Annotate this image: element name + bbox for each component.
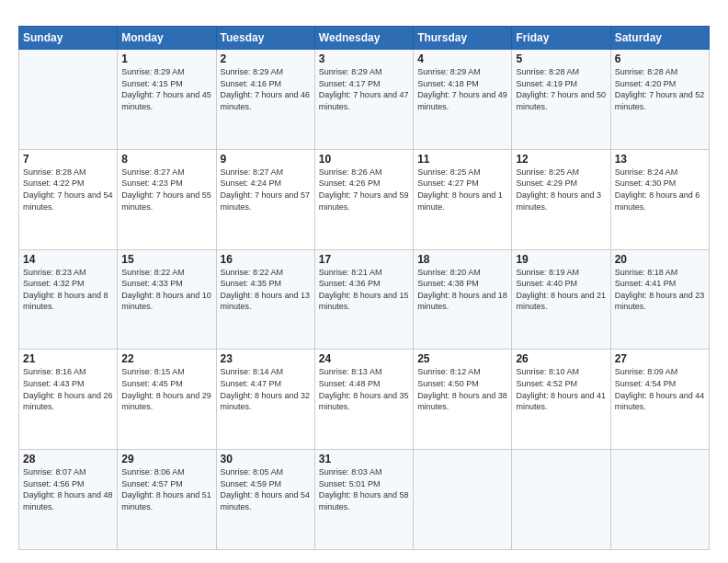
day-info: Sunrise: 8:06 AMSunset: 4:57 PMDaylight:… xyxy=(121,466,211,512)
calendar-cell: 16Sunrise: 8:22 AMSunset: 4:35 PMDayligh… xyxy=(216,249,314,350)
day-info: Sunrise: 8:05 AMSunset: 4:59 PMDaylight:… xyxy=(221,466,311,512)
day-info: Sunrise: 8:27 AMSunset: 4:23 PMDaylight:… xyxy=(121,167,211,213)
calendar-cell: 10Sunrise: 8:26 AMSunset: 4:26 PMDayligh… xyxy=(314,149,413,249)
calendar-cell: 3Sunrise: 8:29 AMSunset: 4:17 PMDaylight… xyxy=(314,50,413,150)
day-number: 9 xyxy=(221,153,311,166)
day-info: Sunrise: 8:23 AMSunset: 4:32 PMDaylight:… xyxy=(23,267,113,313)
calendar-cell: 7Sunrise: 8:28 AMSunset: 4:22 PMDaylight… xyxy=(19,149,118,249)
calendar-cell: 6Sunrise: 8:28 AMSunset: 4:20 PMDaylight… xyxy=(610,50,709,150)
day-info: Sunrise: 8:03 AMSunset: 5:01 PMDaylight:… xyxy=(319,466,409,512)
calendar-cell: 19Sunrise: 8:19 AMSunset: 4:40 PMDayligh… xyxy=(512,249,610,350)
calendar-cell: 11Sunrise: 8:25 AMSunset: 4:27 PMDayligh… xyxy=(414,149,512,249)
day-number: 26 xyxy=(516,352,606,365)
calendar-cell: 31Sunrise: 8:03 AMSunset: 5:01 PMDayligh… xyxy=(314,450,413,550)
day-number: 28 xyxy=(23,453,113,465)
calendar-cell: 25Sunrise: 8:12 AMSunset: 4:50 PMDayligh… xyxy=(414,350,512,450)
day-number: 20 xyxy=(615,253,705,266)
day-info: Sunrise: 8:27 AMSunset: 4:24 PMDaylight:… xyxy=(221,167,311,213)
day-number: 21 xyxy=(23,352,113,365)
week-row-5: 28Sunrise: 8:07 AMSunset: 4:56 PMDayligh… xyxy=(19,450,710,550)
day-number: 24 xyxy=(319,352,409,365)
calendar-cell: 15Sunrise: 8:22 AMSunset: 4:33 PMDayligh… xyxy=(118,249,216,350)
day-number: 5 xyxy=(516,52,606,65)
day-number: 16 xyxy=(221,253,311,266)
day-number: 23 xyxy=(221,352,311,365)
calendar-cell: 27Sunrise: 8:09 AMSunset: 4:54 PMDayligh… xyxy=(610,350,709,450)
day-info: Sunrise: 8:25 AMSunset: 4:27 PMDaylight:… xyxy=(417,167,507,213)
day-info: Sunrise: 8:22 AMSunset: 4:35 PMDaylight:… xyxy=(221,267,311,313)
day-info: Sunrise: 8:19 AMSunset: 4:40 PMDaylight:… xyxy=(516,267,606,313)
page: General Blue SundayMondayTuesdayWednesda… xyxy=(0,0,728,563)
day-info: Sunrise: 8:16 AMSunset: 4:43 PMDaylight:… xyxy=(23,366,113,412)
day-number: 2 xyxy=(221,52,311,65)
day-number: 17 xyxy=(319,253,409,266)
day-number: 30 xyxy=(221,453,311,465)
calendar-cell: 5Sunrise: 8:28 AMSunset: 4:19 PMDaylight… xyxy=(512,50,610,150)
week-row-3: 14Sunrise: 8:23 AMSunset: 4:32 PMDayligh… xyxy=(19,249,710,350)
calendar-cell xyxy=(512,450,610,550)
day-info: Sunrise: 8:28 AMSunset: 4:19 PMDaylight:… xyxy=(516,66,606,112)
day-number: 22 xyxy=(121,352,211,365)
calendar-table: SundayMondayTuesdayWednesdayThursdayFrid… xyxy=(18,26,710,550)
calendar-cell: 13Sunrise: 8:24 AMSunset: 4:30 PMDayligh… xyxy=(610,149,709,249)
day-number: 3 xyxy=(319,52,409,65)
day-number: 10 xyxy=(319,153,409,166)
day-info: Sunrise: 8:21 AMSunset: 4:36 PMDaylight:… xyxy=(319,267,409,313)
calendar-cell: 22Sunrise: 8:15 AMSunset: 4:45 PMDayligh… xyxy=(118,350,216,450)
week-row-4: 21Sunrise: 8:16 AMSunset: 4:43 PMDayligh… xyxy=(19,350,710,450)
day-info: Sunrise: 8:18 AMSunset: 4:41 PMDaylight:… xyxy=(615,267,705,313)
calendar-cell: 14Sunrise: 8:23 AMSunset: 4:32 PMDayligh… xyxy=(19,249,118,350)
calendar-cell: 12Sunrise: 8:25 AMSunset: 4:29 PMDayligh… xyxy=(512,149,610,249)
day-info: Sunrise: 8:12 AMSunset: 4:50 PMDaylight:… xyxy=(417,366,507,412)
calendar-cell xyxy=(19,50,118,150)
day-info: Sunrise: 8:13 AMSunset: 4:48 PMDaylight:… xyxy=(319,366,409,412)
day-info: Sunrise: 8:29 AMSunset: 4:17 PMDaylight:… xyxy=(319,66,409,112)
calendar-cell: 2Sunrise: 8:29 AMSunset: 4:16 PMDaylight… xyxy=(216,50,314,150)
calendar-cell: 21Sunrise: 8:16 AMSunset: 4:43 PMDayligh… xyxy=(19,350,118,450)
day-number: 4 xyxy=(417,52,507,65)
calendar-cell: 26Sunrise: 8:10 AMSunset: 4:52 PMDayligh… xyxy=(512,350,610,450)
day-number: 31 xyxy=(319,453,409,465)
calendar-cell: 24Sunrise: 8:13 AMSunset: 4:48 PMDayligh… xyxy=(314,350,413,450)
day-info: Sunrise: 8:28 AMSunset: 4:20 PMDaylight:… xyxy=(615,66,705,112)
day-info: Sunrise: 8:22 AMSunset: 4:33 PMDaylight:… xyxy=(121,267,211,313)
calendar-cell xyxy=(610,450,709,550)
day-info: Sunrise: 8:15 AMSunset: 4:45 PMDaylight:… xyxy=(121,366,211,412)
day-number: 19 xyxy=(516,253,606,266)
weekday-header-monday: Monday xyxy=(118,27,216,50)
calendar-cell: 29Sunrise: 8:06 AMSunset: 4:57 PMDayligh… xyxy=(118,450,216,550)
weekday-header-tuesday: Tuesday xyxy=(216,27,314,50)
weekday-header-row: SundayMondayTuesdayWednesdayThursdayFrid… xyxy=(19,27,710,50)
day-info: Sunrise: 8:14 AMSunset: 4:47 PMDaylight:… xyxy=(221,366,311,412)
day-info: Sunrise: 8:07 AMSunset: 4:56 PMDaylight:… xyxy=(23,466,113,512)
day-info: Sunrise: 8:28 AMSunset: 4:22 PMDaylight:… xyxy=(23,167,113,213)
day-number: 29 xyxy=(121,453,211,465)
calendar-cell xyxy=(414,450,512,550)
day-number: 14 xyxy=(23,253,113,266)
calendar-cell: 17Sunrise: 8:21 AMSunset: 4:36 PMDayligh… xyxy=(314,249,413,350)
day-number: 8 xyxy=(121,153,211,166)
day-info: Sunrise: 8:29 AMSunset: 4:18 PMDaylight:… xyxy=(417,66,507,112)
weekday-header-saturday: Saturday xyxy=(610,27,709,50)
calendar-cell: 8Sunrise: 8:27 AMSunset: 4:23 PMDaylight… xyxy=(118,149,216,249)
day-info: Sunrise: 8:10 AMSunset: 4:52 PMDaylight:… xyxy=(516,366,606,412)
day-info: Sunrise: 8:29 AMSunset: 4:15 PMDaylight:… xyxy=(121,66,211,112)
calendar-cell: 4Sunrise: 8:29 AMSunset: 4:18 PMDaylight… xyxy=(414,50,512,150)
day-number: 7 xyxy=(23,153,113,166)
day-number: 12 xyxy=(516,153,606,166)
day-number: 6 xyxy=(615,52,705,65)
day-info: Sunrise: 8:25 AMSunset: 4:29 PMDaylight:… xyxy=(516,167,606,213)
week-row-1: 1Sunrise: 8:29 AMSunset: 4:15 PMDaylight… xyxy=(19,50,710,150)
weekday-header-thursday: Thursday xyxy=(414,27,512,50)
calendar-cell: 23Sunrise: 8:14 AMSunset: 4:47 PMDayligh… xyxy=(216,350,314,450)
weekday-header-friday: Friday xyxy=(512,27,610,50)
week-row-2: 7Sunrise: 8:28 AMSunset: 4:22 PMDaylight… xyxy=(19,149,710,249)
calendar-cell: 30Sunrise: 8:05 AMSunset: 4:59 PMDayligh… xyxy=(216,450,314,550)
weekday-header-sunday: Sunday xyxy=(19,27,118,50)
day-number: 18 xyxy=(417,253,507,266)
calendar-cell: 20Sunrise: 8:18 AMSunset: 4:41 PMDayligh… xyxy=(610,249,709,350)
day-number: 27 xyxy=(615,352,705,365)
day-number: 11 xyxy=(417,153,507,166)
weekday-header-wednesday: Wednesday xyxy=(314,27,413,50)
day-number: 15 xyxy=(121,253,211,266)
